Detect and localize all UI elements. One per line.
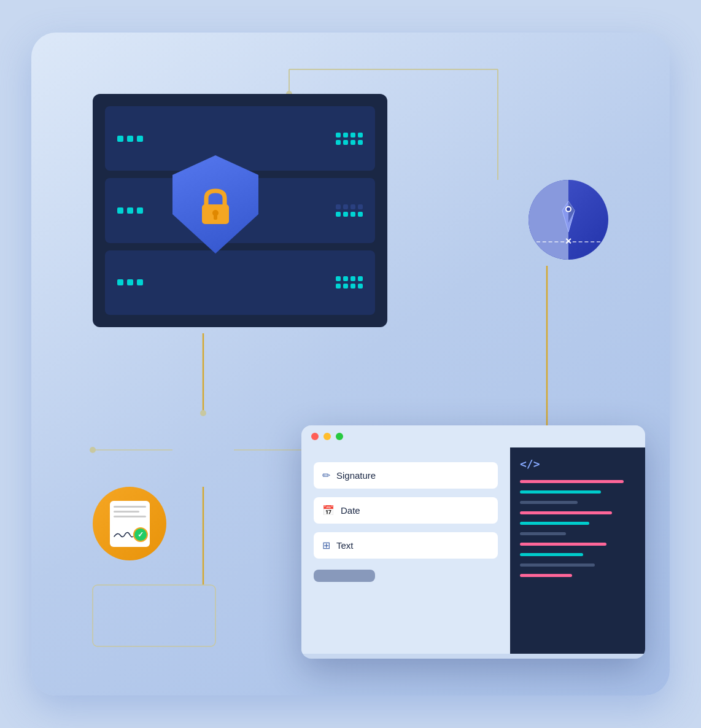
form-panel: ✏ Signature 📅 Date ⊞ Text bbox=[301, 447, 510, 654]
code-tag: </> bbox=[520, 457, 635, 470]
window-content: ✏ Signature 📅 Date ⊞ Text </> bbox=[301, 447, 645, 654]
server-dot-sm bbox=[358, 140, 363, 145]
code-line bbox=[520, 490, 601, 494]
signature-field-icon: ✏ bbox=[322, 470, 330, 481]
pen-svg-icon bbox=[553, 198, 584, 235]
svg-point-9 bbox=[90, 447, 96, 453]
lock-icon bbox=[197, 186, 234, 229]
document-circle: ✓ bbox=[93, 487, 166, 560]
server-row-3 bbox=[105, 250, 375, 315]
window-maximize-dot bbox=[336, 433, 343, 440]
server-dot-sm bbox=[336, 212, 341, 217]
shield-shape bbox=[172, 155, 258, 254]
server-dot-dark bbox=[350, 204, 355, 209]
server-dot-sm bbox=[350, 133, 355, 137]
document-inner: ✓ bbox=[110, 501, 150, 547]
app-window: ✏ Signature 📅 Date ⊞ Text </> bbox=[301, 425, 645, 659]
server-dot bbox=[117, 279, 123, 285]
code-line bbox=[520, 511, 612, 514]
svg-point-18 bbox=[567, 207, 570, 211]
server-dot-dark bbox=[336, 204, 341, 209]
window-close-dot bbox=[311, 433, 319, 440]
server-dot-sm bbox=[343, 133, 348, 137]
doc-line bbox=[114, 506, 146, 508]
pen-circle-inner: ✕ bbox=[529, 180, 608, 260]
server-dot-sm bbox=[336, 284, 341, 288]
server-dot bbox=[137, 207, 143, 214]
code-line bbox=[520, 522, 589, 525]
signature-field: ✏ Signature bbox=[314, 462, 498, 489]
text-field-icon: ⊞ bbox=[322, 540, 330, 551]
server-dot bbox=[127, 279, 133, 285]
server-dots-right-2 bbox=[336, 204, 363, 217]
server-dots-left-3 bbox=[117, 279, 143, 285]
svg-point-10 bbox=[200, 410, 206, 416]
server-dot bbox=[127, 207, 133, 214]
server-dots-left-1 bbox=[117, 136, 143, 142]
code-line bbox=[520, 532, 566, 535]
security-shield bbox=[166, 149, 265, 260]
code-panel: </> bbox=[510, 447, 645, 654]
date-field: 📅 Date bbox=[314, 497, 498, 524]
doc-signature-area: ✓ bbox=[113, 529, 147, 541]
x-mark: ✕ bbox=[565, 236, 572, 246]
server-dot bbox=[117, 207, 123, 214]
window-minimize-dot bbox=[323, 433, 331, 440]
code-line bbox=[520, 574, 572, 577]
server-dots-right-1 bbox=[336, 133, 363, 145]
server-dots-left-2 bbox=[117, 207, 143, 214]
doc-line bbox=[114, 511, 139, 513]
server-dot-sm bbox=[358, 133, 363, 137]
server-dot-sm bbox=[358, 284, 363, 288]
server-dot bbox=[137, 136, 143, 142]
code-line bbox=[520, 553, 583, 556]
pen-tool-circle: ✕ bbox=[529, 180, 608, 260]
svg-rect-13 bbox=[93, 585, 215, 646]
server-dot-sm bbox=[350, 276, 355, 281]
lock-icon-wrapper bbox=[197, 186, 234, 229]
server-dot bbox=[117, 136, 123, 142]
check-badge: ✓ bbox=[133, 527, 148, 542]
window-titlebar bbox=[301, 425, 645, 447]
signature-svg bbox=[113, 529, 134, 540]
server-dot-sm bbox=[358, 276, 363, 281]
server-dot-sm bbox=[358, 212, 363, 217]
server-dot-sm bbox=[343, 140, 348, 145]
code-line bbox=[520, 480, 624, 483]
server-dot-sm bbox=[343, 284, 348, 288]
server-dot-sm bbox=[336, 140, 341, 145]
server-dot-sm bbox=[343, 212, 348, 217]
text-field: ⊞ Text bbox=[314, 532, 498, 559]
server-dot-sm bbox=[350, 284, 355, 288]
server-dot-dark bbox=[343, 204, 348, 209]
server-dot-sm bbox=[336, 133, 341, 137]
server-dot-sm bbox=[350, 212, 355, 217]
form-submit-button bbox=[314, 570, 375, 582]
server-dot-sm bbox=[343, 276, 348, 281]
server-dot bbox=[127, 136, 133, 142]
server-dot-sm bbox=[350, 140, 355, 145]
svg-rect-16 bbox=[214, 215, 217, 220]
signature-field-label: Signature bbox=[336, 470, 376, 481]
server-dot-dark bbox=[358, 204, 363, 209]
server-dot bbox=[137, 279, 143, 285]
code-line bbox=[520, 563, 595, 567]
doc-line bbox=[114, 516, 146, 517]
text-field-label: Text bbox=[336, 540, 354, 551]
date-field-label: Date bbox=[341, 505, 360, 516]
server-dots-right-3 bbox=[336, 276, 363, 288]
code-line bbox=[520, 543, 606, 546]
server-dot-sm bbox=[336, 276, 341, 281]
code-line bbox=[520, 501, 578, 504]
date-field-icon: 📅 bbox=[322, 505, 335, 516]
illustration-card: ✕ ✓ ✏ Signatur bbox=[31, 33, 670, 695]
